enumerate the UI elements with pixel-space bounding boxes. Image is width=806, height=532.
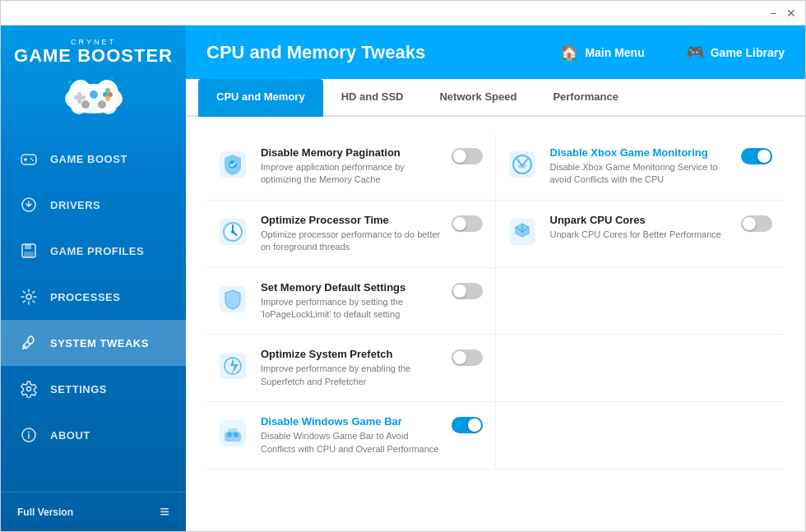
settings-icon (17, 377, 40, 400)
sidebar-label-system-tweaks: SYSTEM TWEAKS (50, 337, 149, 349)
tab-cpu-memory[interactable]: CPU and Memory (198, 79, 323, 117)
download-icon (17, 193, 40, 216)
controller-icon: ✦ ✦ ✦ (61, 70, 127, 119)
tweak-title-disable-memory-pagination: Disable Memory Pagination (261, 146, 443, 159)
title-bar: − ✕ (1, 1, 805, 25)
sidebar-item-processes[interactable]: PROCESSES (1, 274, 186, 320)
toggle-optimize-processor-time[interactable] (452, 215, 483, 232)
tweak-title-optimize-system-prefetch: Optimize System Prefetch (261, 348, 443, 360)
sidebar-item-settings[interactable]: SETTINGS (1, 366, 186, 412)
toggle-disable-xbox-monitoring[interactable] (741, 148, 772, 164)
tweak-info-disable-memory-pagination: Disable Memory Pagination Improve applic… (261, 146, 443, 187)
game-library-button[interactable]: 🎮 Game Library (665, 25, 805, 79)
tweak-title-disable-windows-game-bar: Disable Windows Game Bar (261, 415, 443, 428)
tweak-title-set-memory-default: Set Memory Default Settings (261, 281, 443, 294)
tweaks-grid: Disable Memory Pagination Improve applic… (206, 133, 785, 470)
svg-point-10 (105, 96, 110, 101)
content-header: CPU and Memory Tweaks 🏠 Main Menu 🎮 Game… (186, 25, 805, 79)
gamepad-icon (17, 147, 40, 170)
tweak-info-optimize-processor-time: Optimize Processor Time Optimize process… (261, 214, 443, 254)
header-nav: 🏠 Main Menu 🎮 Game Library (540, 25, 805, 79)
wrench-icon (17, 331, 40, 354)
svg-point-8 (108, 92, 113, 97)
shield-icon (215, 281, 251, 317)
svg-point-41 (231, 230, 234, 234)
game-library-label: Game Library (711, 46, 785, 59)
clock-icon (215, 214, 251, 250)
toggle-disable-memory-pagination[interactable] (452, 148, 483, 164)
tweak-desc-optimize-processor-time: Optimize processor performance to do bet… (261, 229, 443, 254)
menu-icon[interactable]: ≡ (160, 502, 169, 521)
toggle-switch[interactable] (452, 349, 483, 366)
sidebar-label-drivers: DRIVERS (50, 199, 100, 211)
toggle-switch[interactable] (452, 283, 483, 299)
toggle-switch[interactable] (741, 148, 772, 164)
sidebar-label-about: ABOUT (50, 429, 90, 442)
app-window: − ✕ CRYNET GAME BOOSTER (0, 0, 806, 532)
tweak-empty-3 (496, 402, 785, 470)
svg-point-26 (26, 294, 31, 299)
svg-point-7 (103, 92, 108, 97)
tab-hd-ssd[interactable]: HD and SSD (323, 79, 422, 117)
svg-rect-24 (25, 244, 31, 249)
toggle-switch[interactable] (452, 148, 483, 164)
tweak-disable-xbox-monitoring: Disable Xbox Game Monitoring Disable Xbo… (496, 133, 785, 201)
save-icon (17, 239, 40, 262)
svg-rect-17 (21, 155, 36, 164)
tweak-empty-1 (496, 268, 785, 335)
tweak-desc-unpark-cpu-cores: Unpark CPU Cores for Better Performance (550, 229, 734, 241)
svg-point-49 (227, 433, 232, 437)
toggle-unpark-cpu-cores[interactable] (741, 215, 772, 232)
sidebar-item-game-boost[interactable]: GAME BOOST (1, 136, 186, 182)
svg-point-21 (32, 160, 34, 161)
svg-point-50 (234, 433, 239, 437)
tweak-desc-disable-memory-pagination: Improve application performance by optim… (261, 161, 443, 187)
main-menu-label: Main Menu (585, 46, 644, 59)
minimize-button[interactable]: − (766, 6, 781, 21)
main-menu-button[interactable]: 🏠 Main Menu (540, 25, 665, 79)
tab-performance[interactable]: Performance (535, 79, 636, 117)
toggle-set-memory-default[interactable] (452, 283, 483, 299)
info-icon (17, 423, 40, 446)
sidebar-item-about[interactable]: ABOUT (1, 412, 186, 458)
tweak-info-set-memory-default: Set Memory Default Settings Improve perf… (261, 281, 443, 322)
sidebar-label-settings: SETTINGS (50, 383, 107, 396)
tweak-desc-disable-xbox-monitoring: Disable Xbox Game Monitoring Service to … (550, 161, 734, 187)
sidebar-logo: CRYNET GAME BOOSTER (1, 25, 186, 132)
tweak-title-unpark-cpu-cores: Unpark CPU Cores (550, 214, 734, 226)
sidebar-item-system-tweaks[interactable]: SYSTEM TWEAKS (1, 320, 186, 366)
tweak-info-unpark-cpu-cores: Unpark CPU Cores Unpark CPU Cores for Be… (550, 214, 734, 241)
tweak-unpark-cpu-cores: Unpark CPU Cores Unpark CPU Cores for Be… (496, 201, 785, 268)
controller-icon: 🎮 (686, 44, 704, 62)
version-label: Full Version (17, 507, 73, 518)
app-title-label: GAME BOOSTER (14, 46, 173, 66)
xbox-icon (504, 146, 540, 183)
joystick-icon (215, 415, 251, 451)
toggle-optimize-system-prefetch[interactable] (452, 349, 483, 366)
svg-text:✦: ✦ (67, 79, 73, 86)
cpu-icon (504, 214, 540, 250)
svg-text:✦: ✦ (110, 76, 114, 81)
sidebar-item-drivers[interactable]: DRIVERS (1, 182, 186, 228)
svg-point-28 (27, 387, 31, 391)
content-area: CPU and Memory Tweaks 🏠 Main Menu 🎮 Game… (186, 25, 805, 531)
sidebar: CRYNET GAME BOOSTER (1, 25, 186, 531)
tab-network-speed[interactable]: Network Speed (421, 79, 535, 117)
tweak-optimize-processor-time: Optimize Processor Time Optimize process… (206, 201, 496, 268)
tweak-title-disable-xbox-monitoring: Disable Xbox Game Monitoring (550, 146, 734, 159)
tweak-disable-memory-pagination: Disable Memory Pagination Improve applic… (206, 133, 496, 201)
svg-point-31 (28, 432, 30, 433)
close-button[interactable]: ✕ (784, 6, 799, 21)
main-layout: CRYNET GAME BOOSTER (1, 25, 805, 531)
tweak-desc-set-memory-default: Improve performance by setting the 'IoPa… (261, 296, 443, 322)
toggle-switch[interactable] (741, 215, 772, 232)
toggle-disable-windows-game-bar[interactable] (452, 417, 483, 433)
toggle-switch[interactable] (452, 417, 483, 433)
content-body: Disable Memory Pagination Improve applic… (186, 117, 805, 531)
sidebar-item-game-profiles[interactable]: GAME PROFILES (1, 228, 186, 274)
tweak-disable-windows-game-bar: Disable Windows Game Bar Disable Windows… (206, 402, 496, 470)
tweak-optimize-system-prefetch: Optimize System Prefetch Improve perform… (206, 335, 496, 402)
tweak-set-memory-default: Set Memory Default Settings Improve perf… (206, 268, 496, 335)
svg-point-20 (30, 158, 32, 160)
toggle-switch[interactable] (452, 215, 483, 232)
